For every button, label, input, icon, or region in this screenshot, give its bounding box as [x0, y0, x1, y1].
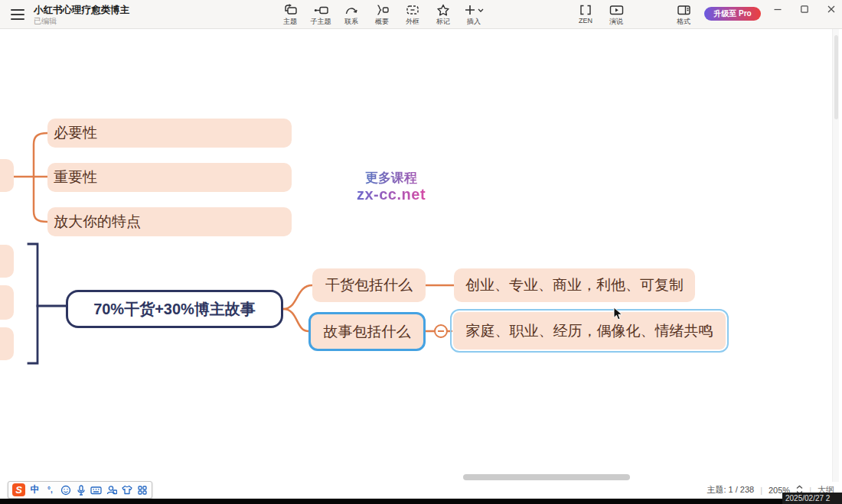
present-label: 演说	[609, 17, 623, 27]
node-necessity[interactable]: 必要性	[47, 119, 292, 148]
node-70-30-formula[interactable]: 70%干货+30%博主故事	[66, 290, 283, 328]
topic-counter: 主题: 1 / 238	[707, 484, 754, 496]
title-bar: 小红书心理疗愈类博主 已编辑 主题 子主题 联系	[0, 0, 842, 29]
node-dry-goods-detail[interactable]: 创业、专业、商业，利他、可复制	[454, 268, 695, 302]
subtopic-button[interactable]: 子主题	[309, 3, 332, 27]
document-status: 已编辑	[34, 16, 57, 27]
node-story[interactable]: 故事包括什么	[308, 312, 426, 351]
zen-button[interactable]: ZEN	[574, 3, 597, 27]
marker-icon	[436, 3, 450, 16]
topic-label: 主题	[283, 17, 297, 27]
summary-label: 概要	[375, 17, 389, 27]
subtopic-icon	[314, 3, 328, 16]
skin-icon[interactable]	[121, 484, 132, 496]
right-toolbar: ZEN 演说	[574, 3, 628, 27]
date-overlay: 2025/02/27 2	[782, 493, 842, 504]
account-icon[interactable]	[106, 484, 117, 496]
status-divider: |	[760, 486, 762, 495]
node-importance[interactable]: 重要性	[47, 163, 292, 192]
more-tools-grid-icon[interactable]	[136, 484, 148, 496]
zen-label: ZEN	[579, 17, 592, 24]
mindmap-connectors	[0, 29, 842, 504]
ime-language-button[interactable]: 中	[29, 484, 41, 496]
node-story-detail[interactable]: 家庭、职业、经历，偶像化、情绪共鸣	[453, 312, 726, 350]
summary-button[interactable]: 概要	[370, 3, 393, 27]
relationship-button[interactable]: 联系	[340, 3, 363, 27]
summary-icon	[375, 3, 389, 16]
hamburger-menu-icon[interactable]	[11, 9, 24, 20]
xmind-window: 小红书心理疗愈类博主 已编辑 主题 子主题 联系	[0, 0, 842, 504]
marker-button[interactable]: 标记	[432, 3, 455, 27]
clipped-node-1[interactable]	[0, 245, 14, 278]
format-label: 格式	[677, 17, 690, 27]
minimize-button[interactable]	[765, 0, 790, 18]
microphone-icon[interactable]	[75, 484, 86, 496]
vertical-scrollbar[interactable]	[832, 29, 839, 482]
node-amplify-traits[interactable]: 放大你的特点	[47, 207, 292, 236]
clipped-parent-node[interactable]	[0, 159, 14, 192]
watermark-line2: zx-cc.net	[344, 186, 438, 203]
mouse-cursor	[613, 307, 625, 324]
subtopic-label: 子主题	[311, 17, 331, 27]
insert-icon	[464, 3, 484, 16]
boundary-label: 外框	[406, 17, 419, 27]
watermark: 更多课程 zx-cc.net	[344, 169, 438, 203]
maximize-button[interactable]	[792, 0, 817, 18]
watermark-line1: 更多课程	[344, 169, 438, 187]
topic-icon	[283, 3, 298, 16]
insert-label: 插入	[467, 17, 481, 27]
boundary-icon	[406, 3, 419, 16]
present-button[interactable]: 演说	[605, 3, 628, 27]
clipped-node-2[interactable]	[0, 285, 14, 320]
upgrade-pro-button[interactable]: 升级至 Pro	[704, 7, 761, 21]
marker-label: 标记	[436, 17, 450, 27]
ime-punctuation-button[interactable]: °,	[44, 484, 56, 496]
collapse-button[interactable]	[434, 324, 448, 338]
sogou-logo-icon[interactable]: S	[12, 483, 25, 496]
node-dry-goods[interactable]: 干货包括什么	[312, 268, 426, 302]
letterbox-bar	[0, 499, 842, 504]
relationship-icon	[344, 3, 358, 16]
close-button[interactable]	[819, 0, 842, 18]
mindmap-canvas[interactable]: 必要性 重要性 放大你的特点 70%干货+30%博主故事 干货包括什么 创业、专…	[0, 29, 842, 499]
insert-button[interactable]: 插入	[462, 3, 485, 27]
format-icon	[677, 3, 691, 16]
document-title: 小红书心理疗愈类博主	[34, 4, 129, 17]
relationship-label: 联系	[344, 17, 358, 27]
ime-toolbar: S 中 °,	[8, 481, 152, 499]
vertical-scrollbar-thumb[interactable]	[834, 35, 838, 119]
main-toolbar: 主题 子主题 联系 概要	[279, 3, 485, 27]
emoji-icon[interactable]	[60, 484, 71, 496]
boundary-button[interactable]: 外框	[401, 3, 424, 27]
format-button[interactable]: 格式	[672, 3, 695, 27]
chevron-up-icon	[796, 485, 803, 489]
keyboard-icon[interactable]	[90, 484, 102, 496]
topic-button[interactable]: 主题	[279, 3, 302, 27]
zen-icon	[579, 3, 592, 16]
clipped-node-3[interactable]	[0, 327, 14, 360]
present-icon	[609, 3, 624, 16]
horizontal-scrollbar-thumb[interactable]	[463, 474, 630, 480]
